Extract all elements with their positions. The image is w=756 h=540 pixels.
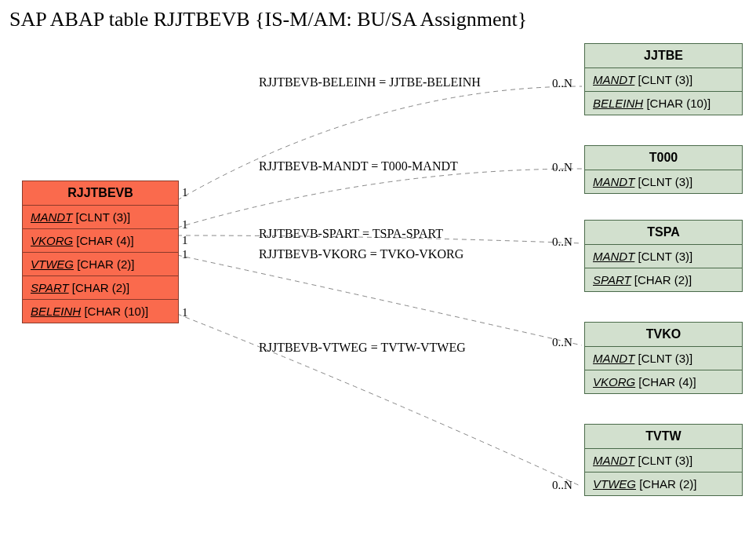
field-row: SPART [CHAR (2)] <box>585 268 742 291</box>
cardinality-left: 1 <box>182 306 188 319</box>
relation-label: RJJTBEVB-MANDT = T000-MANDT <box>259 159 458 173</box>
field-row: MANDT [CLNT (3)] <box>585 347 742 370</box>
field-row: VKORG [CHAR (4)] <box>585 370 742 393</box>
cardinality-right: 0..N <box>552 336 572 349</box>
field-row: MANDT [CLNT (3)] <box>585 245 742 268</box>
field-row: MANDT [CLNT (3)] <box>585 449 742 472</box>
page-title: SAP ABAP table RJJTBEVB {IS-M/AM: BU/SA … <box>9 8 527 31</box>
cardinality-left: 1 <box>182 186 188 199</box>
entity-t000: T000 MANDT [CLNT (3)] <box>584 145 743 194</box>
relation-label: RJJTBEVB-BELEINH = JJTBE-BELEINH <box>259 75 481 89</box>
relation-label: RJJTBEVB-VTWEG = TVTW-VTWEG <box>259 341 466 355</box>
entity-header: T000 <box>585 146 742 170</box>
entity-tvtw: TVTW MANDT [CLNT (3)] VTWEG [CHAR (2)] <box>584 424 743 496</box>
field-row: VTWEG [CHAR (2)] <box>23 252 178 275</box>
cardinality-left: 1 <box>182 218 188 232</box>
entity-header: TVKO <box>585 323 742 347</box>
cardinality-right: 0..N <box>552 161 572 174</box>
relation-label: RJJTBEVB-VKORG = TVKO-VKORG <box>259 247 463 261</box>
field-row: BELEINH [CHAR (10)] <box>585 91 742 115</box>
entity-rjjtbevb: RJJTBEVB MANDT [CLNT (3)] VKORG [CHAR (4… <box>22 181 179 323</box>
cardinality-left: 1 <box>182 234 188 247</box>
field-row: MANDT [CLNT (3)] <box>585 68 742 91</box>
entity-tspa: TSPA MANDT [CLNT (3)] SPART [CHAR (2)] <box>584 220 743 292</box>
entity-tvko: TVKO MANDT [CLNT (3)] VKORG [CHAR (4)] <box>584 322 743 394</box>
field-row: BELEINH [CHAR (10)] <box>23 299 178 323</box>
field-row: MANDT [CLNT (3)] <box>23 206 178 228</box>
entity-header: TVTW <box>585 425 742 449</box>
cardinality-right: 0..N <box>552 479 572 492</box>
field-row: SPART [CHAR (2)] <box>23 275 178 299</box>
field-row: VKORG [CHAR (4)] <box>23 228 178 252</box>
entity-header: RJJTBEVB <box>23 181 178 206</box>
cardinality-right: 0..N <box>552 77 572 90</box>
cardinality-left: 1 <box>182 248 188 261</box>
entity-header: TSPA <box>585 221 742 245</box>
field-row: MANDT [CLNT (3)] <box>585 170 742 193</box>
relation-label: RJJTBEVB-SPART = TSPA-SPART <box>259 227 443 241</box>
entity-header: JJTBE <box>585 44 742 68</box>
field-row: VTWEG [CHAR (2)] <box>585 472 742 495</box>
cardinality-right: 0..N <box>552 235 572 249</box>
entity-jjtbe: JJTBE MANDT [CLNT (3)] BELEINH [CHAR (10… <box>584 43 743 115</box>
